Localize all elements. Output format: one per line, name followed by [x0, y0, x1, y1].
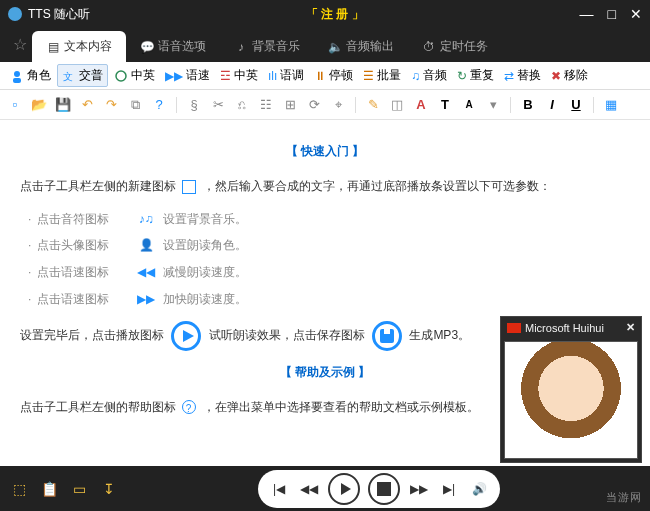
- tab-voice-options[interactable]: 💬 语音选项: [126, 31, 220, 62]
- repeat-button[interactable]: ↻重复: [453, 65, 498, 86]
- pin-button[interactable]: ↧: [100, 481, 118, 497]
- tab-background-music[interactable]: ♪ 背景音乐: [220, 31, 314, 62]
- svg-text:文: 文: [63, 71, 73, 82]
- cut-button[interactable]: ✂: [209, 96, 227, 114]
- play-button[interactable]: [328, 473, 360, 505]
- open-file-button[interactable]: 📂: [30, 96, 48, 114]
- new-file-button[interactable]: ▫: [6, 96, 24, 114]
- bullet-slow: ·点击语速图标 ◀◀ 减慢朗读速度。: [28, 261, 630, 284]
- avatar-icon: 👤: [135, 234, 157, 257]
- title-bar: TTS 随心听 「 注 册 」 — □ ✕: [0, 0, 650, 28]
- redo-button[interactable]: ↷: [102, 96, 120, 114]
- save-audio-button[interactable]: [368, 473, 400, 505]
- popup-close-button[interactable]: ✕: [626, 321, 635, 334]
- voice-avatar-popup[interactable]: Microsoft Huihui ✕: [500, 316, 642, 463]
- rewind-button[interactable]: ◀◀: [298, 478, 320, 500]
- replace-button[interactable]: ⇄替换: [500, 65, 545, 86]
- chat-icon: 💬: [140, 40, 154, 54]
- play-icon: [171, 321, 201, 351]
- lang-icon: 文: [62, 69, 76, 83]
- separator: [593, 97, 594, 113]
- zhongying-button[interactable]: 中英: [110, 65, 159, 86]
- tool-7[interactable]: ⌖: [329, 96, 347, 114]
- tray-button[interactable]: ▭: [70, 481, 88, 497]
- tool-5[interactable]: ⊞: [281, 96, 299, 114]
- voice-name: Microsoft Huihui: [525, 322, 622, 334]
- help-button[interactable]: ?: [150, 96, 168, 114]
- favorite-star-icon[interactable]: ☆: [8, 35, 32, 62]
- volume-button[interactable]: 🔊: [468, 478, 490, 500]
- tool-4[interactable]: ☷: [257, 96, 275, 114]
- italic-button[interactable]: I: [543, 96, 561, 114]
- batch-button[interactable]: ☰批量: [359, 65, 405, 86]
- font-color-button[interactable]: A: [412, 96, 430, 114]
- tool-6[interactable]: ⟳: [305, 96, 323, 114]
- list-icon: ☰: [363, 69, 374, 83]
- jiaopu-button[interactable]: 文交普: [57, 64, 108, 87]
- highlight-button[interactable]: ✎: [364, 96, 382, 114]
- fast-forward-icon: ▶▶: [135, 288, 157, 311]
- person-icon: [10, 69, 24, 83]
- window-mode-button[interactable]: ⬚: [10, 481, 28, 497]
- watermark: 当游网: [606, 490, 642, 505]
- minimize-button[interactable]: —: [580, 6, 594, 22]
- help-icon: [182, 400, 196, 414]
- rewind-icon: ◀◀: [135, 261, 157, 284]
- eraser-button[interactable]: ◫: [388, 96, 406, 114]
- clipboard-button[interactable]: 📋: [40, 481, 58, 497]
- para-newfile: 点击子工具栏左侧的新建图标 ，然后输入要合成的文字，再通过底部播放条设置以下可选…: [20, 175, 630, 198]
- tab-label: 语音选项: [158, 38, 206, 55]
- lang-alt-icon: ☲: [220, 69, 231, 83]
- tool-3[interactable]: ⎌: [233, 96, 251, 114]
- copy-button[interactable]: ⧉: [126, 96, 144, 114]
- skip-next-button[interactable]: ▶|: [438, 478, 460, 500]
- skip-prev-button[interactable]: |◀: [268, 478, 290, 500]
- pause-button[interactable]: ⏸停顿: [310, 65, 357, 86]
- separator: [176, 97, 177, 113]
- remove-button[interactable]: ✖移除: [547, 65, 592, 86]
- svg-point-0: [14, 71, 20, 77]
- save-file-button[interactable]: 💾: [54, 96, 72, 114]
- player-capsule: |◀ ◀◀ ▶▶ ▶| 🔊: [258, 470, 500, 508]
- pause-icon: ⏸: [314, 69, 326, 83]
- audio-button[interactable]: ♫音频: [407, 65, 451, 86]
- stopwatch-icon: ⏱: [422, 40, 436, 54]
- separator: [355, 97, 356, 113]
- bullet-role: ·点击头像图标 👤 设置朗读角色。: [28, 234, 630, 257]
- save-disk-icon: [372, 321, 402, 351]
- document-icon: ▤: [46, 40, 60, 54]
- close-button[interactable]: ✕: [630, 6, 642, 22]
- font-picker-button[interactable]: ▾: [484, 96, 502, 114]
- font-size-up-button[interactable]: T: [436, 96, 454, 114]
- tab-timer-task[interactable]: ⏱ 定时任务: [408, 31, 502, 62]
- tab-label: 文本内容: [64, 38, 112, 55]
- underline-button[interactable]: U: [567, 96, 585, 114]
- note-icon: ♫: [411, 69, 420, 83]
- maximize-button[interactable]: □: [608, 6, 616, 22]
- main-tab-bar: ☆ ▤ 文本内容 💬 语音选项 ♪ 背景音乐 🔈 音频输出 ⏱ 定时任务: [0, 28, 650, 62]
- undo-button[interactable]: ↶: [78, 96, 96, 114]
- cn-flag-icon: [507, 323, 521, 333]
- speed-button[interactable]: ▶▶语速: [161, 65, 214, 86]
- edit-toolbar: ▫ 📂 💾 ↶ ↷ ⧉ ? § ✂ ⎌ ☷ ⊞ ⟳ ⌖ ✎ ◫ A T A ▾ …: [0, 90, 650, 120]
- zhongying2-button[interactable]: ☲中英: [216, 65, 262, 86]
- music-note-icon: ♪: [234, 40, 248, 54]
- font-size-down-button[interactable]: A: [460, 96, 478, 114]
- separator: [510, 97, 511, 113]
- avatar-image: [504, 341, 638, 459]
- bold-button[interactable]: B: [519, 96, 537, 114]
- tab-text-content[interactable]: ▤ 文本内容: [32, 31, 126, 62]
- remove-icon: ✖: [551, 69, 561, 83]
- grid-button[interactable]: ▦: [602, 96, 620, 114]
- app-title: TTS 随心听: [28, 6, 90, 23]
- tone-button[interactable]: ılı语调: [264, 65, 308, 86]
- tab-audio-output[interactable]: 🔈 音频输出: [314, 31, 408, 62]
- app-logo-icon: [8, 7, 22, 21]
- tab-label: 背景音乐: [252, 38, 300, 55]
- attach-button[interactable]: §: [185, 96, 203, 114]
- role-button[interactable]: 角色: [6, 65, 55, 86]
- globe-icon: [114, 69, 128, 83]
- forward-button[interactable]: ▶▶: [408, 478, 430, 500]
- register-banner[interactable]: 「 注 册 」: [90, 6, 580, 23]
- bars-icon: ılı: [268, 69, 277, 83]
